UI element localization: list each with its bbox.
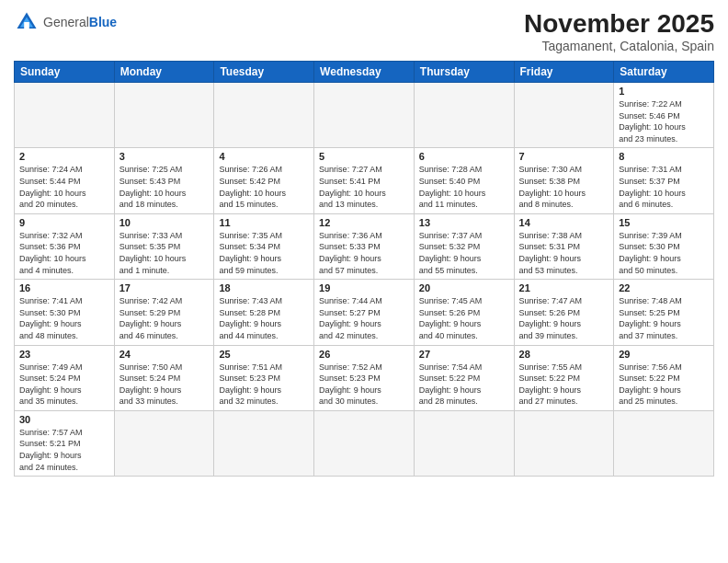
day-info: Sunrise: 7:41 AM Sunset: 5:30 PM Dayligh… [19, 295, 109, 341]
calendar-cell: 29Sunrise: 7:56 AM Sunset: 5:22 PM Dayli… [614, 345, 714, 410]
day-number: 3 [119, 151, 210, 162]
header-wednesday: Wednesday [314, 62, 415, 83]
day-info: Sunrise: 7:45 AM Sunset: 5:26 PM Dayligh… [419, 295, 509, 341]
header-tuesday: Tuesday [214, 62, 314, 83]
day-info: Sunrise: 7:27 AM Sunset: 5:41 PM Dayligh… [319, 164, 409, 210]
day-number: 10 [119, 217, 210, 228]
logo-general: GeneralBlue [43, 15, 117, 30]
calendar-cell: 24Sunrise: 7:50 AM Sunset: 5:24 PM Dayli… [114, 345, 214, 410]
calendar-cell: 1Sunrise: 7:22 AM Sunset: 5:46 PM Daylig… [614, 83, 714, 148]
day-number: 21 [519, 282, 609, 293]
calendar-table: Sunday Monday Tuesday Wednesday Thursday… [14, 61, 714, 477]
day-number: 1 [619, 86, 709, 97]
calendar-cell: 12Sunrise: 7:36 AM Sunset: 5:33 PM Dayli… [314, 213, 415, 279]
page: GeneralBlue November 2025 Tagamanent, Ca… [0, 0, 728, 563]
day-info: Sunrise: 7:35 AM Sunset: 5:34 PM Dayligh… [219, 230, 309, 276]
calendar-cell: 17Sunrise: 7:42 AM Sunset: 5:29 PM Dayli… [114, 280, 214, 345]
day-number: 9 [19, 217, 109, 228]
calendar-week-row: 9Sunrise: 7:32 AM Sunset: 5:36 PM Daylig… [15, 213, 714, 279]
header-sunday: Sunday [15, 62, 115, 83]
calendar-cell: 22Sunrise: 7:48 AM Sunset: 5:25 PM Dayli… [614, 280, 714, 345]
calendar-cell: 13Sunrise: 7:37 AM Sunset: 5:32 PM Dayli… [414, 213, 514, 279]
calendar-cell [614, 410, 714, 476]
weekday-header-row: Sunday Monday Tuesday Wednesday Thursday… [15, 62, 714, 83]
day-info: Sunrise: 7:30 AM Sunset: 5:38 PM Dayligh… [519, 164, 609, 210]
day-info: Sunrise: 7:42 AM Sunset: 5:29 PM Dayligh… [119, 295, 210, 341]
calendar-cell [514, 410, 614, 476]
day-info: Sunrise: 7:25 AM Sunset: 5:43 PM Dayligh… [119, 164, 210, 210]
calendar-cell: 3Sunrise: 7:25 AM Sunset: 5:43 PM Daylig… [114, 148, 214, 213]
calendar-cell: 23Sunrise: 7:49 AM Sunset: 5:24 PM Dayli… [15, 345, 115, 410]
calendar-cell: 27Sunrise: 7:54 AM Sunset: 5:22 PM Dayli… [414, 345, 514, 410]
calendar-week-row: 23Sunrise: 7:49 AM Sunset: 5:24 PM Dayli… [15, 345, 714, 410]
calendar-week-row: 16Sunrise: 7:41 AM Sunset: 5:30 PM Dayli… [15, 280, 714, 345]
day-info: Sunrise: 7:24 AM Sunset: 5:44 PM Dayligh… [19, 164, 109, 210]
calendar-cell: 4Sunrise: 7:26 AM Sunset: 5:42 PM Daylig… [214, 148, 314, 213]
location: Tagamanent, Catalonia, Spain [524, 39, 714, 53]
calendar-cell [214, 410, 314, 476]
day-number: 11 [219, 217, 309, 228]
day-number: 30 [19, 414, 109, 425]
calendar-cell: 8Sunrise: 7:31 AM Sunset: 5:37 PM Daylig… [614, 148, 714, 213]
day-number: 6 [419, 151, 509, 162]
calendar-week-row: 2Sunrise: 7:24 AM Sunset: 5:44 PM Daylig… [15, 148, 714, 213]
calendar-cell: 2Sunrise: 7:24 AM Sunset: 5:44 PM Daylig… [15, 148, 115, 213]
day-number: 12 [319, 217, 409, 228]
calendar-cell [514, 83, 614, 148]
calendar-cell: 21Sunrise: 7:47 AM Sunset: 5:26 PM Dayli… [514, 280, 614, 345]
day-info: Sunrise: 7:49 AM Sunset: 5:24 PM Dayligh… [19, 362, 109, 408]
calendar-cell [314, 83, 415, 148]
day-number: 18 [219, 282, 309, 293]
header-friday: Friday [514, 62, 614, 83]
day-number: 24 [119, 349, 210, 360]
day-info: Sunrise: 7:37 AM Sunset: 5:32 PM Dayligh… [419, 230, 509, 276]
day-number: 14 [519, 217, 609, 228]
day-number: 8 [619, 151, 709, 162]
calendar-week-row: 1Sunrise: 7:22 AM Sunset: 5:46 PM Daylig… [15, 83, 714, 148]
calendar-cell [314, 410, 415, 476]
day-info: Sunrise: 7:55 AM Sunset: 5:22 PM Dayligh… [519, 362, 609, 408]
day-number: 26 [319, 349, 409, 360]
calendar-cell: 5Sunrise: 7:27 AM Sunset: 5:41 PM Daylig… [314, 148, 415, 213]
day-info: Sunrise: 7:26 AM Sunset: 5:42 PM Dayligh… [219, 164, 309, 210]
calendar-cell: 14Sunrise: 7:38 AM Sunset: 5:31 PM Dayli… [514, 213, 614, 279]
day-number: 5 [319, 151, 409, 162]
day-number: 19 [319, 282, 409, 293]
day-info: Sunrise: 7:56 AM Sunset: 5:22 PM Dayligh… [619, 362, 709, 408]
logo-icon [14, 9, 40, 35]
day-info: Sunrise: 7:50 AM Sunset: 5:24 PM Dayligh… [119, 362, 210, 408]
day-info: Sunrise: 7:54 AM Sunset: 5:22 PM Dayligh… [419, 362, 509, 408]
calendar-cell: 11Sunrise: 7:35 AM Sunset: 5:34 PM Dayli… [214, 213, 314, 279]
day-number: 13 [419, 217, 509, 228]
title-block: November 2025 Tagamanent, Catalonia, Spa… [524, 9, 714, 53]
header: GeneralBlue November 2025 Tagamanent, Ca… [14, 9, 714, 53]
day-info: Sunrise: 7:44 AM Sunset: 5:27 PM Dayligh… [319, 295, 409, 341]
calendar-cell: 16Sunrise: 7:41 AM Sunset: 5:30 PM Dayli… [15, 280, 115, 345]
calendar-cell: 20Sunrise: 7:45 AM Sunset: 5:26 PM Dayli… [414, 280, 514, 345]
calendar-cell [114, 83, 214, 148]
header-monday: Monday [114, 62, 214, 83]
day-number: 22 [619, 282, 709, 293]
day-info: Sunrise: 7:33 AM Sunset: 5:35 PM Dayligh… [119, 230, 210, 276]
day-number: 23 [19, 349, 109, 360]
calendar-cell: 7Sunrise: 7:30 AM Sunset: 5:38 PM Daylig… [514, 148, 614, 213]
day-number: 7 [519, 151, 609, 162]
day-info: Sunrise: 7:28 AM Sunset: 5:40 PM Dayligh… [419, 164, 509, 210]
calendar-cell [15, 83, 115, 148]
calendar-week-row: 30Sunrise: 7:57 AM Sunset: 5:21 PM Dayli… [15, 410, 714, 476]
day-info: Sunrise: 7:22 AM Sunset: 5:46 PM Dayligh… [619, 98, 709, 144]
day-info: Sunrise: 7:52 AM Sunset: 5:23 PM Dayligh… [319, 362, 409, 408]
calendar-cell: 10Sunrise: 7:33 AM Sunset: 5:35 PM Dayli… [114, 213, 214, 279]
day-number: 25 [219, 349, 309, 360]
calendar-cell: 25Sunrise: 7:51 AM Sunset: 5:23 PM Dayli… [214, 345, 314, 410]
svg-rect-2 [24, 22, 29, 29]
header-saturday: Saturday [614, 62, 714, 83]
calendar-cell: 15Sunrise: 7:39 AM Sunset: 5:30 PM Dayli… [614, 213, 714, 279]
calendar-cell [214, 83, 314, 148]
day-info: Sunrise: 7:32 AM Sunset: 5:36 PM Dayligh… [19, 230, 109, 276]
day-info: Sunrise: 7:31 AM Sunset: 5:37 PM Dayligh… [619, 164, 709, 210]
calendar-cell [414, 83, 514, 148]
day-number: 4 [219, 151, 309, 162]
day-info: Sunrise: 7:43 AM Sunset: 5:28 PM Dayligh… [219, 295, 309, 341]
day-info: Sunrise: 7:47 AM Sunset: 5:26 PM Dayligh… [519, 295, 609, 341]
